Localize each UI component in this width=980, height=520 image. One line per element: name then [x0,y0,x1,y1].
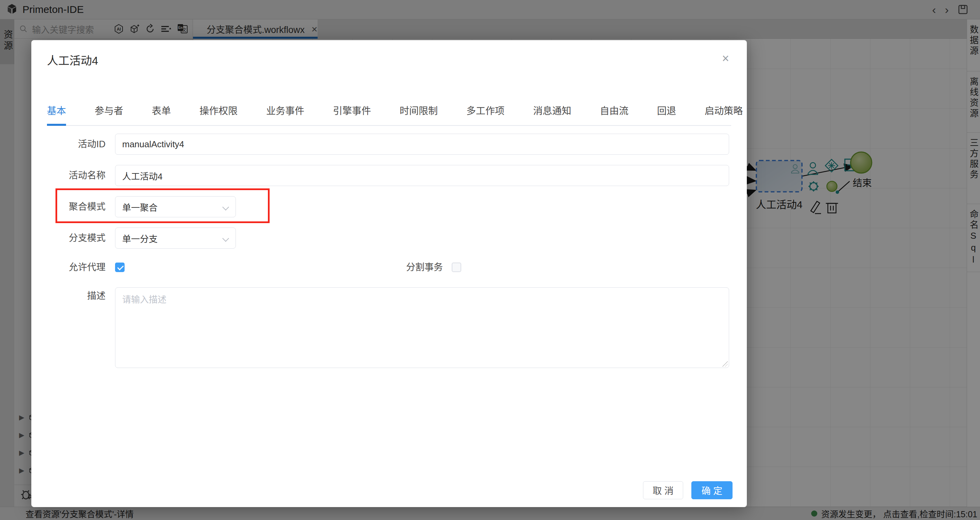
branch-mode-label: 分支模式 [47,228,105,249]
activity-settings-dialog: 人工活动4 × 基本 参与者 表单 操作权限 业务事件 引擎事件 时间限制 多工… [31,40,747,507]
ok-button[interactable]: 确 定 [691,481,733,499]
activity-id-label: 活动ID [47,134,105,155]
resize-grip-icon[interactable] [722,361,728,366]
dialog-close-icon[interactable]: × [722,52,729,65]
dialog-tabs: 基本 参与者 表单 操作权限 业务事件 引擎事件 时间限制 多工作项 消息通知 … [47,103,731,126]
branch-mode-select[interactable]: 单一分支 [115,228,236,249]
tab-participants[interactable]: 参与者 [95,103,123,117]
tab-start-strategy[interactable]: 启动策略 [705,103,743,117]
allow-delegate-label: 允许代理 [47,262,105,273]
branch-mode-value: 单一分支 [122,232,158,244]
chevron-down-icon [222,235,229,242]
aggregation-mode-select[interactable]: 单一聚合 [115,196,236,217]
description-textarea[interactable] [115,287,729,368]
aggregation-mode-value: 单一聚合 [122,201,158,213]
activity-id-input[interactable] [115,134,729,155]
cancel-button[interactable]: 取 消 [643,481,683,499]
chevron-down-icon [222,204,229,211]
tab-engine-events[interactable]: 引擎事件 [333,103,371,117]
tab-notifications[interactable]: 消息通知 [533,103,571,117]
tab-form[interactable]: 表单 [152,103,171,117]
allow-delegate-checkbox[interactable] [115,263,124,272]
tab-operation-permissions[interactable]: 操作权限 [199,103,238,117]
tab-multi-workitem[interactable]: 多工作项 [466,103,504,117]
tab-time-limit[interactable]: 时间限制 [399,103,438,117]
split-transaction-label: 分割事务 [406,262,443,273]
aggregation-mode-label: 聚合模式 [47,196,105,217]
tab-free-flow[interactable]: 自由流 [600,103,628,117]
activity-name-label: 活动名称 [47,165,105,186]
activity-name-input[interactable] [115,165,729,186]
tab-basic[interactable]: 基本 [47,103,66,117]
description-label: 描述 [47,287,105,369]
tab-rollback[interactable]: 回退 [657,103,676,117]
dialog-title: 人工活动4 [47,52,98,68]
tab-business-events[interactable]: 业务事件 [266,103,304,117]
split-transaction-checkbox[interactable] [452,263,461,272]
